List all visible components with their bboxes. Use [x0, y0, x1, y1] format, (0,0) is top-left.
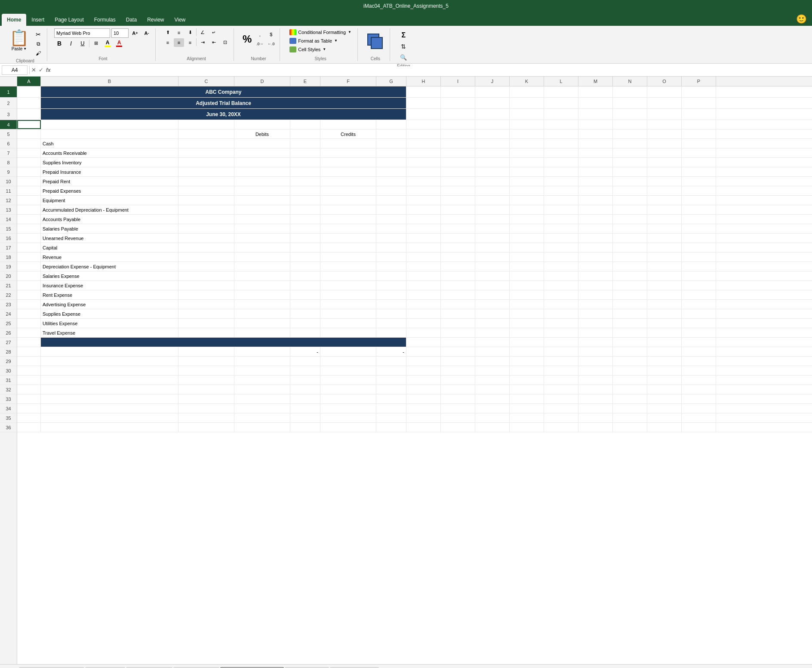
- cell-o1[interactable]: [647, 86, 682, 97]
- align-bottom-button[interactable]: ⬇: [185, 28, 195, 37]
- cell-h10[interactable]: [406, 177, 441, 186]
- cell-l17[interactable]: [544, 243, 578, 252]
- cell-b21[interactable]: Insurance Expense: [41, 281, 178, 290]
- cell-e15[interactable]: [290, 224, 320, 233]
- cell-h2[interactable]: [406, 98, 441, 108]
- cell-a7[interactable]: [17, 148, 41, 157]
- cell-c12[interactable]: [178, 196, 234, 205]
- cell-h20[interactable]: [406, 271, 441, 280]
- find-select-button[interactable]: 🔍: [397, 52, 410, 63]
- cell-d5[interactable]: Debits: [234, 129, 290, 139]
- cell-d36[interactable]: [234, 423, 290, 432]
- cell-c25[interactable]: [178, 319, 234, 328]
- row-header-24[interactable]: 24: [0, 309, 17, 319]
- cell-p27[interactable]: [682, 338, 716, 347]
- cell-c19[interactable]: [178, 262, 234, 271]
- cell-b3[interactable]: June 30, 20XX: [41, 109, 406, 120]
- cell-c30[interactable]: [178, 366, 234, 375]
- cell-l28[interactable]: [544, 347, 578, 356]
- row-header-8[interactable]: 8: [0, 158, 17, 167]
- col-header-h[interactable]: H: [406, 77, 441, 86]
- cell-l4[interactable]: [544, 120, 578, 129]
- row-header-15[interactable]: 15: [0, 224, 17, 234]
- cell-k25[interactable]: [510, 319, 544, 328]
- cell-e25[interactable]: [290, 319, 320, 328]
- paste-dropdown[interactable]: ▼: [23, 47, 27, 51]
- cell-h32[interactable]: [406, 385, 441, 394]
- cell-k11[interactable]: [510, 186, 544, 195]
- cell-g30[interactable]: [376, 366, 406, 375]
- cell-i2[interactable]: [441, 98, 475, 108]
- cell-a32[interactable]: [17, 385, 41, 394]
- cell-b4[interactable]: [41, 120, 178, 129]
- cell-e6[interactable]: [290, 139, 320, 148]
- cell-o11[interactable]: [647, 186, 682, 195]
- cell-k31[interactable]: [510, 376, 544, 385]
- cell-p19[interactable]: [682, 262, 716, 271]
- row-header-29[interactable]: 29: [0, 357, 17, 366]
- sort-filter-button[interactable]: ⇅: [397, 41, 410, 52]
- row-header-33[interactable]: 33: [0, 394, 17, 404]
- indent-button[interactable]: ⇥: [197, 38, 208, 47]
- cell-i24[interactable]: [441, 309, 475, 318]
- cell-g23[interactable]: [376, 300, 406, 309]
- cell-g22[interactable]: [376, 290, 406, 299]
- cell-m24[interactable]: [578, 309, 613, 318]
- cell-a23[interactable]: [17, 300, 41, 309]
- cell-l2[interactable]: [544, 98, 578, 108]
- cell-o13[interactable]: [647, 205, 682, 214]
- col-header-i[interactable]: I: [441, 77, 475, 86]
- cell-e30[interactable]: [290, 366, 320, 375]
- cell-f16[interactable]: [320, 234, 376, 243]
- cell-p36[interactable]: [682, 423, 716, 432]
- cell-o29[interactable]: [647, 357, 682, 366]
- cell-b18[interactable]: Revenue: [41, 252, 178, 262]
- cell-b29[interactable]: [41, 357, 178, 366]
- cell-a6[interactable]: [17, 139, 41, 148]
- cell-e18[interactable]: [290, 252, 320, 262]
- cell-k16[interactable]: [510, 234, 544, 243]
- cell-p23[interactable]: [682, 300, 716, 309]
- cell-j24[interactable]: [475, 309, 510, 318]
- cell-j28[interactable]: [475, 347, 510, 356]
- cell-e35[interactable]: [290, 413, 320, 422]
- cell-g24[interactable]: [376, 309, 406, 318]
- cell-a5[interactable]: [17, 129, 41, 139]
- format-as-table-button[interactable]: Format as Table ▼: [287, 37, 354, 45]
- cell-i35[interactable]: [441, 413, 475, 422]
- cell-m16[interactable]: [578, 234, 613, 243]
- row-header-10[interactable]: 10: [0, 177, 17, 186]
- row-header-26[interactable]: 26: [0, 328, 17, 338]
- cell-g31[interactable]: [376, 376, 406, 385]
- cell-p8[interactable]: [682, 158, 716, 167]
- cell-h6[interactable]: [406, 139, 441, 148]
- cell-g12[interactable]: [376, 196, 406, 205]
- cell-n13[interactable]: [613, 205, 647, 214]
- cell-o2[interactable]: [647, 98, 682, 108]
- cell-m1[interactable]: [578, 86, 613, 97]
- row-header-27[interactable]: 27: [0, 338, 17, 347]
- cell-l9[interactable]: [544, 167, 578, 176]
- cell-l7[interactable]: [544, 148, 578, 157]
- cell-l18[interactable]: [544, 252, 578, 262]
- cells-button[interactable]: [365, 28, 386, 55]
- cell-n32[interactable]: [613, 385, 647, 394]
- cell-b16[interactable]: Unearned Revenue: [41, 234, 178, 243]
- row-header-12[interactable]: 12: [0, 196, 17, 205]
- cell-m36[interactable]: [578, 423, 613, 432]
- cell-d11[interactable]: [234, 186, 290, 195]
- row-header-1[interactable]: 1: [0, 86, 17, 98]
- cell-l23[interactable]: [544, 300, 578, 309]
- cell-p30[interactable]: [682, 366, 716, 375]
- cell-j30[interactable]: [475, 366, 510, 375]
- cell-l6[interactable]: [544, 139, 578, 148]
- fill-color-button[interactable]: A: [102, 39, 113, 48]
- cell-e8[interactable]: [290, 158, 320, 167]
- cell-d30[interactable]: [234, 366, 290, 375]
- cell-n3[interactable]: [613, 109, 647, 120]
- cell-k33[interactable]: [510, 394, 544, 403]
- cell-e14[interactable]: [290, 215, 320, 224]
- cell-n26[interactable]: [613, 328, 647, 337]
- cell-h31[interactable]: [406, 376, 441, 385]
- font-size-input[interactable]: [111, 28, 129, 38]
